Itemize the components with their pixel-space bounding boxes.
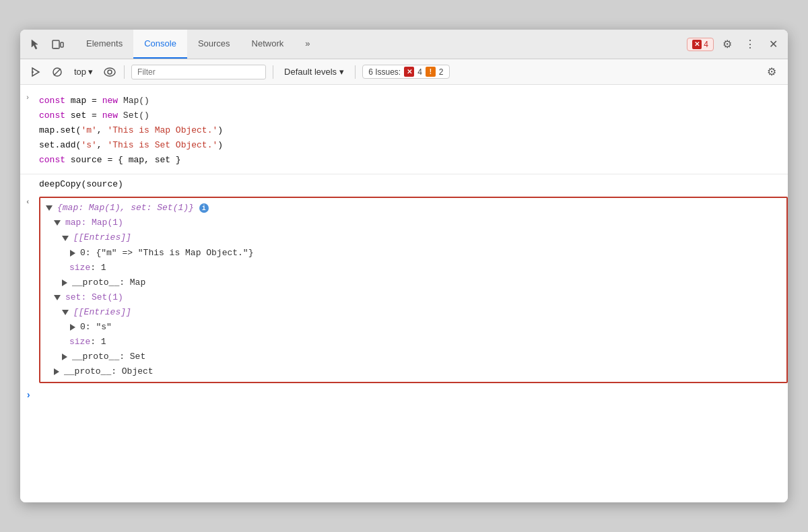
code-line-3: map.set('m', 'This is Map Object.') <box>39 123 223 138</box>
entries-line[interactable]: [[Entries]] <box>46 230 781 245</box>
proto-map-expand-icon[interactable] <box>62 279 67 286</box>
error-count-badge[interactable]: ✕ 4 <box>687 38 714 51</box>
deepcopy-arrow <box>26 178 39 180</box>
log-levels-arrow: ▾ <box>339 67 344 77</box>
map-expand-icon[interactable] <box>54 220 61 226</box>
separator1 <box>20 174 788 174</box>
entry0-value: 0: {"m" => "This is Map Object."} <box>80 246 253 261</box>
proto-obj-expand-icon[interactable] <box>54 368 59 375</box>
proto-set-line[interactable]: __proto__: Set <box>46 350 781 364</box>
set-size-line: size: 1 <box>46 335 781 350</box>
tab-sources[interactable]: Sources <box>187 30 241 59</box>
block-icon[interactable] <box>50 65 65 79</box>
output-row: ‹ {map: Map(1), set: Set(1)} i map: Map(… <box>20 193 788 387</box>
deepcopy-call-line: deepCopy(source) <box>20 177 788 193</box>
output-root-line[interactable]: {map: Map(1), set: Set(1)} i <box>46 201 781 215</box>
console-content: › const map = new Map() const set = new … <box>20 85 788 502</box>
device-icon[interactable] <box>48 35 67 54</box>
svg-point-7 <box>104 68 115 76</box>
set-label: set: Set(1) <box>65 290 123 305</box>
error-x-icon: ✕ <box>692 40 702 49</box>
svg-rect-0 <box>53 40 59 48</box>
size-line: size: 1 <box>46 261 781 275</box>
issues-error-icon: ✕ <box>404 67 414 77</box>
entry0-expand-icon[interactable] <box>70 250 75 257</box>
tab-list: Elements Console Sources Network » <box>75 30 321 59</box>
set-entry0-value: 0: "s" <box>80 320 112 335</box>
tab-bar-right: ✕ 4 ⚙ ⋮ ✕ <box>687 35 782 54</box>
output-box: {map: Map(1), set: Set(1)} i map: Map(1)… <box>39 197 788 383</box>
info-icon[interactable]: i <box>199 203 209 213</box>
deepcopy-call: deepCopy(source) <box>39 178 123 192</box>
map-line[interactable]: map: Map(1) <box>46 215 781 230</box>
svg-rect-2 <box>54 48 58 48</box>
set-line[interactable]: set: Set(1) <box>46 290 781 305</box>
svg-line-6 <box>54 69 61 75</box>
tab-bar-left <box>26 35 67 54</box>
proto-map-label: __proto__: Map <box>72 275 145 290</box>
tab-console[interactable]: Console <box>133 30 187 59</box>
console-toolbar: top ▾ Default levels ▾ 6 Issues: ✕ 4 ! 2… <box>20 59 788 85</box>
proto-set-label: __proto__: Set <box>72 350 145 364</box>
set-size-label: size: 1 <box>62 335 106 350</box>
entries-expand-icon[interactable] <box>62 236 69 241</box>
issues-warning-count: 2 <box>439 67 444 77</box>
context-selector[interactable]: top ▾ <box>71 65 96 78</box>
prompt-line[interactable]: › <box>20 387 788 403</box>
code-line-5: const source = { map, set } <box>39 153 223 168</box>
proto-map-line[interactable]: __proto__: Map <box>46 275 781 290</box>
issues-error-count: 4 <box>417 67 422 77</box>
toolbar-divider2 <box>273 65 273 79</box>
settings-icon[interactable]: ⚙ <box>718 35 737 54</box>
log-levels-dropdown[interactable]: Default levels ▾ <box>280 65 348 78</box>
proto-obj-label: __proto__: Object <box>64 364 154 379</box>
prompt-caret-icon: › <box>26 390 31 401</box>
filter-input[interactable] <box>131 65 266 79</box>
set-entries-line[interactable]: [[Entries]] <box>46 305 781 320</box>
console-settings-icon[interactable]: ⚙ <box>764 64 780 80</box>
set-entries-expand-icon[interactable] <box>62 310 69 315</box>
input-arrow: › <box>26 91 39 104</box>
tab-network[interactable]: Network <box>241 30 295 59</box>
set-entry0-expand-icon[interactable] <box>70 324 75 331</box>
error-count: 4 <box>704 40 708 49</box>
set-entry0-line[interactable]: 0: "s" <box>46 320 781 335</box>
issues-badge[interactable]: 6 Issues: ✕ 4 ! 2 <box>362 65 449 79</box>
devtools-window: Elements Console Sources Network » ✕ 4 ⚙… <box>20 30 788 502</box>
tab-elements[interactable]: Elements <box>75 30 133 59</box>
code-line-2: const set = new Set() <box>39 108 223 123</box>
output-left-caret: ‹ <box>26 194 36 206</box>
code-line-1: const map = new Map() <box>39 94 223 108</box>
size-label: size: 1 <box>62 261 106 275</box>
code-line-4: set.add('s', 'This is Set Object.') <box>39 138 223 153</box>
code-input-group: › const map = new Map() const set = new … <box>20 90 788 171</box>
set-expand-icon[interactable] <box>54 295 61 300</box>
live-expressions-icon[interactable] <box>102 65 117 79</box>
dropdown-arrow: ▾ <box>88 67 93 77</box>
proto-set-expand-icon[interactable] <box>62 354 67 360</box>
svg-point-8 <box>108 70 112 74</box>
more-options-icon[interactable]: ⋮ <box>741 35 760 54</box>
root-object-label: {map: Map(1), set: Set(1)} <box>57 201 194 215</box>
toolbar-divider3 <box>355 65 356 79</box>
log-levels-label: Default levels <box>284 67 337 77</box>
issues-warning-icon: ! <box>426 67 436 77</box>
execute-icon[interactable] <box>28 65 43 79</box>
entries-label: [[Entries]] <box>73 230 131 245</box>
root-expand-icon[interactable] <box>46 205 53 211</box>
close-icon[interactable]: ✕ <box>764 35 782 54</box>
tab-more[interactable]: » <box>294 30 321 59</box>
set-entries-label: [[Entries]] <box>73 305 131 320</box>
svg-rect-1 <box>61 42 63 47</box>
proto-obj-line[interactable]: __proto__: Object <box>46 364 781 379</box>
map-label: map: Map(1) <box>65 215 123 230</box>
tab-bar: Elements Console Sources Network » ✕ 4 ⚙… <box>20 30 788 59</box>
issues-label: 6 Issues: <box>368 67 401 77</box>
context-label: top <box>74 67 86 77</box>
code-block: const map = new Map() const set = new Se… <box>39 91 228 170</box>
cursor-icon[interactable] <box>26 35 44 54</box>
entry0-line[interactable]: 0: {"m" => "This is Map Object."} <box>46 246 781 261</box>
toolbar-divider <box>124 65 125 79</box>
